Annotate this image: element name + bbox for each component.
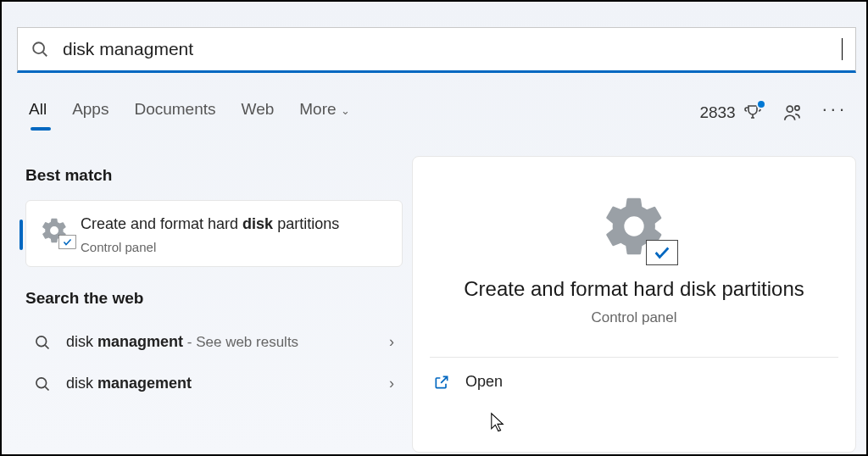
svg-line-7 <box>45 386 48 390</box>
tab-all[interactable]: All <box>29 100 47 129</box>
chevron-down-icon: ⌄ <box>341 104 350 117</box>
best-match-heading: Best match <box>25 166 403 185</box>
more-options-button[interactable]: ··· <box>822 100 848 125</box>
text-caret <box>842 38 843 60</box>
web-result-1-bold: managment <box>97 333 183 350</box>
gear-icon <box>600 192 668 260</box>
chevron-right-icon: › <box>389 333 394 351</box>
web-result-1[interactable]: disk managment - See web results › <box>25 321 403 363</box>
svg-point-6 <box>36 378 47 388</box>
trophy-icon <box>743 103 763 123</box>
open-action[interactable]: Open <box>413 358 855 406</box>
tab-documents[interactable]: Documents <box>134 100 215 129</box>
web-result-1-text: disk managment - See web results <box>66 333 298 351</box>
rewards-points-value: 2833 <box>699 103 735 122</box>
search-web-heading: Search the web <box>25 289 403 308</box>
preview-pane: Create and format hard disk partitions C… <box>412 156 856 453</box>
web-result-2-prefix: disk <box>66 375 97 392</box>
svg-line-1 <box>43 53 47 57</box>
tab-apps[interactable]: Apps <box>72 100 108 129</box>
tab-more[interactable]: More⌄ <box>299 100 349 129</box>
filter-tabs: All Apps Documents Web More⌄ <box>29 100 350 129</box>
svg-point-2 <box>787 106 793 112</box>
search-icon <box>34 375 51 392</box>
header-actions: 2833 ··· <box>699 100 848 125</box>
results-column: Best match Create and format hard disk p… <box>25 166 403 404</box>
search-icon <box>31 40 49 58</box>
open-external-icon <box>433 374 450 391</box>
people-icon[interactable] <box>782 102 804 124</box>
web-result-2-text: disk management <box>66 375 192 392</box>
best-match-subtitle: Control panel <box>81 240 339 254</box>
best-match-text: Create and format hard disk partitions C… <box>81 213 339 254</box>
checkmark-badge-icon <box>58 235 76 249</box>
best-match-title-prefix: Create and format hard <box>81 215 242 232</box>
best-match-title-bold: disk <box>242 215 273 232</box>
search-bar[interactable] <box>17 27 856 73</box>
svg-point-3 <box>794 106 798 110</box>
tab-web[interactable]: Web <box>242 100 275 129</box>
checkmark-badge-icon <box>646 240 678 265</box>
web-result-2-bold: management <box>97 375 192 392</box>
svg-point-4 <box>36 336 47 347</box>
search-input[interactable] <box>63 39 843 59</box>
search-icon <box>34 334 51 351</box>
web-result-1-hint: - See web results <box>183 334 298 350</box>
chevron-right-icon: › <box>389 375 394 392</box>
best-match-result[interactable]: Create and format hard disk partitions C… <box>25 200 403 267</box>
svg-point-0 <box>33 42 44 53</box>
gear-icon <box>40 216 69 245</box>
tab-more-label: More <box>299 100 336 118</box>
preview-subtitle: Control panel <box>413 309 855 326</box>
best-match-title-rest: partitions <box>273 215 339 232</box>
web-result-1-prefix: disk <box>66 333 97 350</box>
open-action-label: Open <box>465 373 503 391</box>
svg-line-5 <box>45 345 48 348</box>
rewards-points[interactable]: 2833 <box>699 103 762 123</box>
preview-title: Create and format hard disk partitions <box>413 277 855 301</box>
web-result-2[interactable]: disk management › <box>25 363 403 404</box>
preview-icon <box>413 192 855 260</box>
